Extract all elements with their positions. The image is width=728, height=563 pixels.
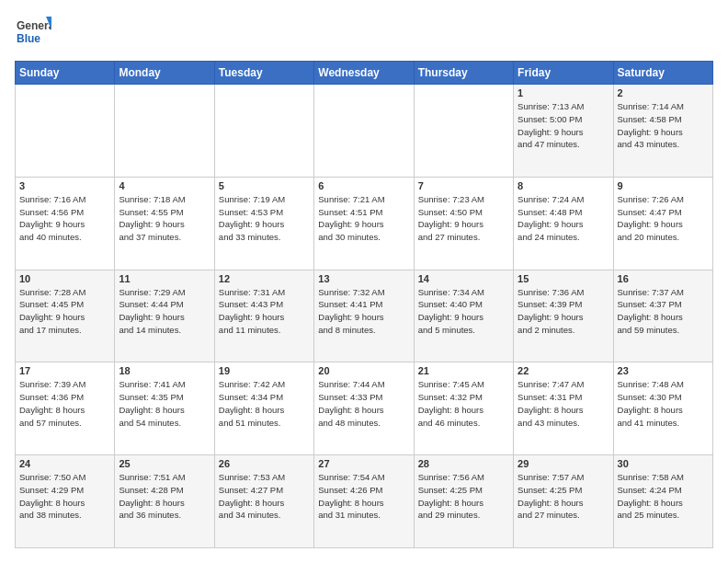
day-number: 9 [618, 180, 709, 191]
day-info: Sunrise: 7:13 AM Sunset: 5:00 PM Dayligh… [518, 100, 609, 151]
day-info: Sunrise: 7:57 AM Sunset: 4:25 PM Dayligh… [518, 471, 609, 522]
day-info: Sunrise: 7:50 AM Sunset: 4:29 PM Dayligh… [19, 471, 110, 522]
day-info: Sunrise: 7:28 AM Sunset: 4:45 PM Dayligh… [19, 286, 110, 337]
day-number: 13 [318, 273, 409, 284]
calendar-cell: 19Sunrise: 7:42 AM Sunset: 4:34 PM Dayli… [214, 362, 313, 455]
day-number: 11 [119, 273, 210, 284]
calendar-cell [16, 85, 115, 178]
calendar-cell: 18Sunrise: 7:41 AM Sunset: 4:35 PM Dayli… [115, 362, 214, 455]
day-number: 24 [19, 458, 110, 469]
weekday-header-sunday: Sunday [16, 62, 115, 85]
day-number: 5 [219, 180, 310, 191]
calendar-cell [314, 85, 414, 178]
logo: General Blue [15, 15, 51, 52]
day-number: 17 [19, 365, 110, 376]
day-info: Sunrise: 7:42 AM Sunset: 4:34 PM Dayligh… [219, 378, 310, 429]
calendar-cell: 8Sunrise: 7:24 AM Sunset: 4:48 PM Daylig… [514, 177, 613, 270]
weekday-header-thursday: Thursday [414, 62, 513, 85]
day-info: Sunrise: 7:26 AM Sunset: 4:47 PM Dayligh… [618, 193, 709, 244]
calendar-cell: 5Sunrise: 7:19 AM Sunset: 4:53 PM Daylig… [214, 177, 313, 270]
day-number: 19 [219, 365, 310, 376]
calendar-cell: 1Sunrise: 7:13 AM Sunset: 5:00 PM Daylig… [514, 85, 613, 178]
day-info: Sunrise: 7:19 AM Sunset: 4:53 PM Dayligh… [219, 193, 310, 244]
day-info: Sunrise: 7:47 AM Sunset: 4:31 PM Dayligh… [518, 378, 609, 429]
day-info: Sunrise: 7:45 AM Sunset: 4:32 PM Dayligh… [418, 378, 509, 429]
day-info: Sunrise: 7:14 AM Sunset: 4:58 PM Dayligh… [618, 100, 709, 151]
calendar-cell: 7Sunrise: 7:23 AM Sunset: 4:50 PM Daylig… [414, 177, 513, 270]
calendar-cell: 17Sunrise: 7:39 AM Sunset: 4:36 PM Dayli… [16, 362, 115, 455]
calendar-cell: 20Sunrise: 7:44 AM Sunset: 4:33 PM Dayli… [314, 362, 414, 455]
calendar-cell: 25Sunrise: 7:51 AM Sunset: 4:28 PM Dayli… [115, 455, 214, 548]
day-info: Sunrise: 7:58 AM Sunset: 4:24 PM Dayligh… [618, 471, 709, 522]
weekday-header-saturday: Saturday [613, 62, 712, 85]
day-number: 26 [219, 458, 310, 469]
calendar-cell: 6Sunrise: 7:21 AM Sunset: 4:51 PM Daylig… [314, 177, 414, 270]
day-number: 1 [518, 87, 609, 98]
day-info: Sunrise: 7:32 AM Sunset: 4:41 PM Dayligh… [318, 286, 409, 337]
weekday-header-wednesday: Wednesday [314, 62, 414, 85]
day-number: 14 [418, 273, 509, 284]
day-info: Sunrise: 7:18 AM Sunset: 4:55 PM Dayligh… [119, 193, 210, 244]
calendar-cell: 9Sunrise: 7:26 AM Sunset: 4:47 PM Daylig… [613, 177, 712, 270]
calendar-cell: 11Sunrise: 7:29 AM Sunset: 4:44 PM Dayli… [115, 270, 214, 362]
day-info: Sunrise: 7:29 AM Sunset: 4:44 PM Dayligh… [119, 286, 210, 337]
day-info: Sunrise: 7:51 AM Sunset: 4:28 PM Dayligh… [119, 471, 210, 522]
day-number: 4 [119, 180, 210, 191]
calendar-cell: 28Sunrise: 7:56 AM Sunset: 4:25 PM Dayli… [414, 455, 513, 548]
day-info: Sunrise: 7:44 AM Sunset: 4:33 PM Dayligh… [318, 378, 409, 429]
svg-text:Blue: Blue [17, 32, 40, 45]
day-number: 8 [518, 180, 609, 191]
logo-svg: General Blue [15, 15, 51, 52]
calendar-table: SundayMondayTuesdayWednesdayThursdayFrid… [15, 61, 713, 548]
weekday-header-tuesday: Tuesday [214, 62, 313, 85]
day-number: 22 [518, 365, 609, 376]
day-number: 23 [618, 365, 709, 376]
calendar-cell: 24Sunrise: 7:50 AM Sunset: 4:29 PM Dayli… [16, 455, 115, 548]
calendar-cell: 22Sunrise: 7:47 AM Sunset: 4:31 PM Dayli… [514, 362, 613, 455]
day-info: Sunrise: 7:23 AM Sunset: 4:50 PM Dayligh… [418, 193, 509, 244]
calendar-cell: 14Sunrise: 7:34 AM Sunset: 4:40 PM Dayli… [414, 270, 513, 362]
calendar-cell: 3Sunrise: 7:16 AM Sunset: 4:56 PM Daylig… [16, 177, 115, 270]
day-info: Sunrise: 7:24 AM Sunset: 4:48 PM Dayligh… [518, 193, 609, 244]
day-info: Sunrise: 7:31 AM Sunset: 4:43 PM Dayligh… [219, 286, 310, 337]
svg-text:General: General [17, 19, 51, 32]
day-number: 18 [119, 365, 210, 376]
calendar-cell: 21Sunrise: 7:45 AM Sunset: 4:32 PM Dayli… [414, 362, 513, 455]
day-number: 29 [518, 458, 609, 469]
calendar-cell [214, 85, 313, 178]
day-info: Sunrise: 7:54 AM Sunset: 4:26 PM Dayligh… [318, 471, 409, 522]
day-info: Sunrise: 7:53 AM Sunset: 4:27 PM Dayligh… [219, 471, 310, 522]
calendar-cell [414, 85, 513, 178]
day-number: 15 [518, 273, 609, 284]
day-number: 20 [318, 365, 409, 376]
calendar-cell: 16Sunrise: 7:37 AM Sunset: 4:37 PM Dayli… [613, 270, 712, 362]
calendar-cell: 15Sunrise: 7:36 AM Sunset: 4:39 PM Dayli… [514, 270, 613, 362]
day-info: Sunrise: 7:37 AM Sunset: 4:37 PM Dayligh… [618, 286, 709, 337]
day-number: 3 [19, 180, 110, 191]
day-info: Sunrise: 7:56 AM Sunset: 4:25 PM Dayligh… [418, 471, 509, 522]
calendar-cell: 4Sunrise: 7:18 AM Sunset: 4:55 PM Daylig… [115, 177, 214, 270]
calendar-cell: 26Sunrise: 7:53 AM Sunset: 4:27 PM Dayli… [214, 455, 313, 548]
calendar-cell: 10Sunrise: 7:28 AM Sunset: 4:45 PM Dayli… [16, 270, 115, 362]
calendar-cell: 23Sunrise: 7:48 AM Sunset: 4:30 PM Dayli… [613, 362, 712, 455]
day-info: Sunrise: 7:36 AM Sunset: 4:39 PM Dayligh… [518, 286, 609, 337]
day-number: 10 [19, 273, 110, 284]
day-info: Sunrise: 7:21 AM Sunset: 4:51 PM Dayligh… [318, 193, 409, 244]
day-number: 27 [318, 458, 409, 469]
day-number: 21 [418, 365, 509, 376]
day-info: Sunrise: 7:16 AM Sunset: 4:56 PM Dayligh… [19, 193, 110, 244]
day-info: Sunrise: 7:34 AM Sunset: 4:40 PM Dayligh… [418, 286, 509, 337]
calendar-cell [115, 85, 214, 178]
day-info: Sunrise: 7:41 AM Sunset: 4:35 PM Dayligh… [119, 378, 210, 429]
day-number: 6 [318, 180, 409, 191]
weekday-header-friday: Friday [514, 62, 613, 85]
calendar-cell: 2Sunrise: 7:14 AM Sunset: 4:58 PM Daylig… [613, 85, 712, 178]
day-number: 16 [618, 273, 709, 284]
calendar-cell: 13Sunrise: 7:32 AM Sunset: 4:41 PM Dayli… [314, 270, 414, 362]
header: General Blue [15, 15, 713, 52]
day-number: 30 [618, 458, 709, 469]
day-number: 12 [219, 273, 310, 284]
calendar-cell: 27Sunrise: 7:54 AM Sunset: 4:26 PM Dayli… [314, 455, 414, 548]
day-number: 2 [618, 87, 709, 98]
calendar-cell: 30Sunrise: 7:58 AM Sunset: 4:24 PM Dayli… [613, 455, 712, 548]
